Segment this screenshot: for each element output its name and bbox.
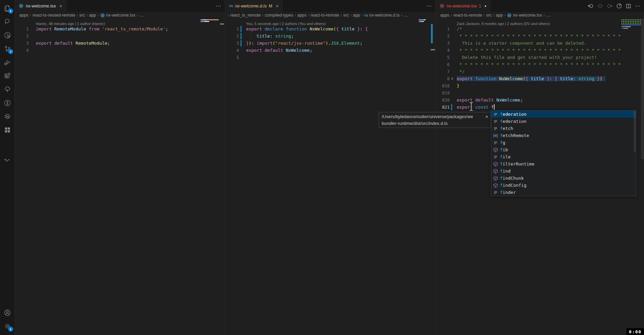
breadcrumb-item[interactable]: apps: [297, 13, 306, 18]
breadcrumb-item[interactable]: src: [486, 13, 492, 18]
activity-item-commit-graph[interactable]: [0, 96, 15, 110]
line-number: 3: [225, 40, 239, 47]
codelens-1[interactable]: Hanric, 48 minutes ago | 1 author (Hanri…: [15, 19, 225, 25]
activity-bar-items: 17: [0, 1, 15, 166]
suggestion-label: findChunk: [500, 176, 524, 181]
activity-item-accounts[interactable]: [0, 306, 15, 319]
more-actions-icon[interactable]: ⋯: [216, 3, 221, 9]
minimap-2[interactable]: [419, 19, 426, 23]
suggestion-item-fib[interactable]: fib: [491, 146, 636, 153]
activity-item-run-and-debug[interactable]: [0, 55, 15, 69]
close-icon[interactable]: ×: [485, 113, 488, 120]
suggestion-item-findConfig[interactable]: findConfig: [491, 182, 636, 189]
suggestion-label: finder: [500, 190, 516, 195]
breadcrumb-item[interactable]: react-ts-remote: [453, 13, 482, 18]
suggestion-label: fetchRemote: [500, 133, 529, 138]
breadcrumb-item[interactable]: nx-welcome.tsx: [507, 13, 542, 18]
code-line-4: 4 * * * * * * * * * * * * * * * * * * * …: [436, 47, 644, 54]
activity-item-extensions[interactable]: [0, 69, 15, 83]
breadcrumb-item[interactable]: src: [343, 13, 349, 18]
code-line-8: 8›export function NxWelcome({ title }: {…: [436, 75, 644, 82]
suggestion-item-fetch[interactable]: fetch: [491, 125, 636, 132]
tab-nx-welcome-tsx-1[interactable]: nx-welcome.tsx×: [15, 0, 66, 12]
suggestion-label: find: [500, 169, 510, 174]
activity-item-grid-view[interactable]: [0, 123, 15, 137]
breadcrumb-item[interactable]: …: [139, 13, 144, 18]
minimap-1[interactable]: [200, 19, 219, 23]
breadcrumb-item[interactable]: src: [79, 13, 85, 18]
breadcrumb-item[interactable]: apps: [19, 13, 28, 18]
suggestion-label: fib: [500, 147, 508, 152]
activity-item-explorer[interactable]: 1: [0, 1, 15, 15]
more-actions-icon[interactable]: ⋯: [426, 3, 432, 9]
suggest-scrollbar[interactable]: [634, 111, 636, 152]
breadcrumb-item[interactable]: app: [496, 13, 503, 18]
symbol-text-icon: [493, 119, 498, 124]
code-line-1: 1export declare function NxWelcome({ tit…: [225, 25, 435, 32]
breadcrumb-item[interactable]: app: [89, 13, 96, 18]
close-tab-icon[interactable]: ×: [276, 3, 279, 9]
breadcrumb-item[interactable]: nx-welcome.tsx: [100, 13, 135, 18]
code-line-819: 819: [436, 89, 644, 96]
editor-2[interactable]: You, 5 seconds ago | 2 authors (You and …: [225, 19, 435, 335]
scrollbar-3[interactable]: [641, 19, 644, 159]
code-text: export function NxWelcome({ title }: { t…: [457, 75, 644, 82]
chevron-right-icon: ›: [30, 13, 31, 18]
more-actions-icon[interactable]: ⋯: [635, 3, 641, 9]
breadcrumb-item[interactable]: app: [353, 13, 360, 18]
code-text: */: [457, 68, 644, 75]
minimap-3[interactable]: [621, 19, 641, 30]
activity-item-source-control[interactable]: 7: [0, 42, 15, 55]
editor-1[interactable]: Hanric, 48 minutes ago | 1 author (Hanri…: [15, 19, 225, 335]
editor-group-2: TSnx-welcome.d.tsM× ⋯ ›react_ts_remote›c…: [225, 0, 436, 335]
dirty-indicator[interactable]: ●: [484, 4, 486, 8]
tab-nx-welcome-tsx-3[interactable]: nx-welcome.tsx1●: [436, 0, 491, 12]
line-number: 4: [15, 47, 29, 54]
nav-dot-icon[interactable]: [597, 3, 603, 9]
code-line-4: 4: [15, 47, 225, 54]
symbol-method-icon: [493, 169, 498, 174]
line-number: 6: [436, 61, 450, 68]
suggestion-item-filterRuntime[interactable]: filterRuntime: [491, 160, 636, 168]
activity-item-search[interactable]: [0, 15, 15, 28]
code-text: [246, 54, 435, 61]
breadcrumb-item[interactable]: react-ts-nested-remote: [32, 13, 75, 18]
breadcrumb-item[interactable]: react-ts-remote: [311, 13, 339, 18]
suggestion-item-federation[interactable]: federation: [491, 111, 636, 118]
suggestion-item-findChunk[interactable]: findChunk: [491, 175, 636, 182]
chevron-right-icon: ›: [86, 13, 88, 18]
breadcrumb-item[interactable]: compiled-types: [265, 13, 293, 18]
line-number: 3: [436, 40, 450, 47]
code-text: /*: [457, 25, 644, 32]
activity-item-git-history[interactable]: [0, 28, 15, 42]
suggestion-item-find[interactable]: find: [491, 168, 636, 175]
breadcrumb-item[interactable]: apps: [440, 13, 449, 18]
codelens-3[interactable]: Zack Jackson, 9 months ago | 2 authors (…: [436, 19, 644, 25]
tab-nx-welcome-dts[interactable]: TSnx-welcome.d.tsM×: [225, 0, 283, 12]
fold-chevron-icon[interactable]: ›: [451, 75, 454, 82]
suggestion-item-file[interactable]: file: [491, 153, 636, 160]
suggestion-label: federation: [500, 119, 526, 124]
codelens-2[interactable]: You, 5 seconds ago | 2 authors (You and …: [225, 19, 435, 25]
nav-forward-icon[interactable]: [607, 3, 613, 9]
activity-item-wavy-lines[interactable]: [0, 153, 15, 166]
suggestion-label: fetch: [500, 126, 513, 131]
breadcrumb-item[interactable]: …: [404, 13, 408, 18]
suggestion-item-fg[interactable]: fg: [491, 139, 636, 146]
activity-item-nx-console[interactable]: [0, 110, 15, 123]
breadcrumb-item[interactable]: react_ts_remote: [230, 13, 261, 18]
react-icon: [439, 3, 445, 8]
suggestion-item-federation[interactable]: federation: [491, 118, 636, 125]
run-timer-icon[interactable]: [616, 3, 622, 9]
activity-item-tree-view[interactable]: [0, 83, 15, 96]
breadcrumb-item[interactable]: …: [546, 13, 551, 18]
nav-back-icon[interactable]: [588, 3, 594, 9]
suggestion-item-finder[interactable]: finder: [491, 189, 636, 196]
suggestion-item-fetchRemote[interactable]: fetchRemote: [491, 132, 636, 139]
close-tab-icon[interactable]: ×: [59, 3, 63, 9]
breadcrumb-item[interactable]: TSnx-welcome.d.ts: [364, 13, 400, 18]
chevron-right-icon: ›: [262, 13, 263, 18]
activity-item-manage[interactable]: 1: [0, 319, 15, 333]
split-editor-icon[interactable]: [626, 3, 631, 9]
tab-bar-3: nx-welcome.tsx1● ⋯: [436, 0, 644, 12]
